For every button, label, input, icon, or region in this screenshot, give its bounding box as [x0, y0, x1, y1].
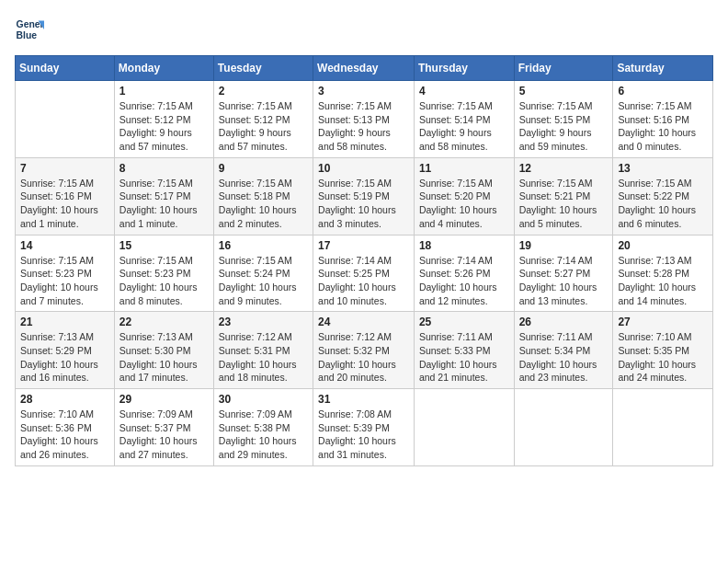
calendar-day-cell: 9Sunrise: 7:15 AM Sunset: 5:18 PM Daylig… [213, 157, 313, 235]
calendar-day-cell: 25Sunrise: 7:11 AM Sunset: 5:33 PM Dayli… [414, 312, 514, 389]
calendar-week-row: 21Sunrise: 7:13 AM Sunset: 5:29 PM Dayli… [16, 312, 713, 389]
day-detail: Sunrise: 7:14 AM Sunset: 5:25 PM Dayligh… [318, 254, 409, 308]
weekday-header-cell: Monday [114, 56, 213, 81]
weekday-header-row: SundayMondayTuesdayWednesdayThursdayFrid… [16, 56, 713, 81]
day-detail: Sunrise: 7:12 AM Sunset: 5:31 PM Dayligh… [219, 330, 308, 385]
day-detail: Sunrise: 7:15 AM Sunset: 5:23 PM Dayligh… [20, 254, 109, 308]
day-detail: Sunrise: 7:09 AM Sunset: 5:37 PM Dayligh… [119, 408, 209, 462]
calendar-body: 1Sunrise: 7:15 AM Sunset: 5:12 PM Daylig… [16, 81, 713, 466]
day-number: 23 [219, 316, 308, 328]
calendar-day-cell: 24Sunrise: 7:12 AM Sunset: 5:32 PM Dayli… [313, 312, 415, 389]
calendar-day-cell: 18Sunrise: 7:14 AM Sunset: 5:26 PM Dayli… [414, 235, 514, 312]
day-number: 11 [419, 162, 509, 175]
calendar-day-cell: 7Sunrise: 7:15 AM Sunset: 5:16 PM Daylig… [16, 157, 115, 235]
day-detail: Sunrise: 7:14 AM Sunset: 5:26 PM Dayligh… [419, 254, 509, 308]
day-detail: Sunrise: 7:15 AM Sunset: 5:12 PM Dayligh… [119, 99, 209, 154]
calendar-day-cell [16, 81, 115, 158]
calendar-week-row: 1Sunrise: 7:15 AM Sunset: 5:12 PM Daylig… [16, 81, 713, 158]
weekday-header-cell: Tuesday [213, 56, 313, 81]
day-number: 5 [519, 85, 609, 98]
weekday-header-cell: Friday [514, 56, 613, 81]
day-detail: Sunrise: 7:10 AM Sunset: 5:36 PM Dayligh… [20, 408, 109, 462]
day-number: 7 [20, 162, 109, 175]
day-detail: Sunrise: 7:15 AM Sunset: 5:16 PM Dayligh… [618, 99, 708, 154]
calendar-day-cell: 2Sunrise: 7:15 AM Sunset: 5:12 PM Daylig… [213, 81, 313, 158]
day-detail: Sunrise: 7:13 AM Sunset: 5:29 PM Dayligh… [20, 330, 109, 385]
calendar-day-cell: 29Sunrise: 7:09 AM Sunset: 5:37 PM Dayli… [114, 389, 213, 466]
calendar-day-cell: 28Sunrise: 7:10 AM Sunset: 5:36 PM Dayli… [16, 389, 115, 466]
day-number: 24 [318, 316, 409, 328]
calendar-day-cell: 23Sunrise: 7:12 AM Sunset: 5:31 PM Dayli… [213, 312, 313, 389]
calendar-day-cell: 26Sunrise: 7:11 AM Sunset: 5:34 PM Dayli… [514, 312, 613, 389]
day-number: 19 [519, 239, 609, 252]
day-detail: Sunrise: 7:15 AM Sunset: 5:21 PM Dayligh… [519, 177, 609, 231]
calendar-day-cell: 12Sunrise: 7:15 AM Sunset: 5:21 PM Dayli… [514, 157, 613, 235]
day-detail: Sunrise: 7:10 AM Sunset: 5:35 PM Dayligh… [618, 330, 708, 385]
logo: General Blue [15, 15, 44, 44]
day-detail: Sunrise: 7:15 AM Sunset: 5:13 PM Dayligh… [318, 99, 409, 154]
day-detail: Sunrise: 7:15 AM Sunset: 5:15 PM Dayligh… [519, 99, 609, 154]
weekday-header-cell: Saturday [613, 56, 713, 81]
calendar-day-cell: 14Sunrise: 7:15 AM Sunset: 5:23 PM Dayli… [16, 235, 115, 312]
day-detail: Sunrise: 7:15 AM Sunset: 5:24 PM Dayligh… [219, 254, 308, 308]
calendar-day-cell: 30Sunrise: 7:09 AM Sunset: 5:38 PM Dayli… [213, 389, 313, 466]
calendar-day-cell: 16Sunrise: 7:15 AM Sunset: 5:24 PM Dayli… [213, 235, 313, 312]
calendar-day-cell: 10Sunrise: 7:15 AM Sunset: 5:19 PM Dayli… [313, 157, 415, 235]
calendar-day-cell: 15Sunrise: 7:15 AM Sunset: 5:23 PM Dayli… [114, 235, 213, 312]
page-header: General Blue [15, 15, 713, 44]
day-detail: Sunrise: 7:14 AM Sunset: 5:27 PM Dayligh… [519, 254, 609, 308]
day-number: 17 [318, 239, 409, 252]
calendar-day-cell [514, 389, 613, 466]
day-number: 3 [318, 85, 409, 98]
day-number: 12 [519, 162, 609, 175]
day-number: 20 [618, 239, 708, 252]
day-number: 28 [20, 393, 109, 406]
calendar-day-cell: 1Sunrise: 7:15 AM Sunset: 5:12 PM Daylig… [114, 81, 213, 158]
calendar-day-cell: 8Sunrise: 7:15 AM Sunset: 5:17 PM Daylig… [114, 157, 213, 235]
day-detail: Sunrise: 7:13 AM Sunset: 5:28 PM Dayligh… [618, 254, 708, 308]
day-detail: Sunrise: 7:15 AM Sunset: 5:16 PM Dayligh… [20, 177, 109, 231]
day-detail: Sunrise: 7:15 AM Sunset: 5:17 PM Dayligh… [119, 177, 209, 231]
day-number: 26 [519, 316, 609, 328]
calendar-week-row: 7Sunrise: 7:15 AM Sunset: 5:16 PM Daylig… [16, 157, 713, 235]
day-number: 6 [618, 85, 708, 98]
calendar-day-cell: 13Sunrise: 7:15 AM Sunset: 5:22 PM Dayli… [613, 157, 713, 235]
calendar-day-cell [613, 389, 713, 466]
day-number: 16 [219, 239, 308, 252]
day-detail: Sunrise: 7:15 AM Sunset: 5:12 PM Dayligh… [219, 99, 308, 154]
weekday-header-cell: Thursday [414, 56, 514, 81]
day-number: 18 [419, 239, 509, 252]
day-number: 29 [119, 393, 209, 406]
calendar-week-row: 28Sunrise: 7:10 AM Sunset: 5:36 PM Dayli… [16, 389, 713, 466]
calendar-day-cell: 11Sunrise: 7:15 AM Sunset: 5:20 PM Dayli… [414, 157, 514, 235]
day-detail: Sunrise: 7:15 AM Sunset: 5:18 PM Dayligh… [219, 177, 308, 231]
day-number: 15 [119, 239, 209, 252]
calendar-day-cell: 22Sunrise: 7:13 AM Sunset: 5:30 PM Dayli… [114, 312, 213, 389]
day-number: 21 [20, 316, 109, 328]
calendar-day-cell: 17Sunrise: 7:14 AM Sunset: 5:25 PM Dayli… [313, 235, 415, 312]
calendar-day-cell: 3Sunrise: 7:15 AM Sunset: 5:13 PM Daylig… [313, 81, 415, 158]
calendar-week-row: 14Sunrise: 7:15 AM Sunset: 5:23 PM Dayli… [16, 235, 713, 312]
calendar-day-cell: 4Sunrise: 7:15 AM Sunset: 5:14 PM Daylig… [414, 81, 514, 158]
day-detail: Sunrise: 7:15 AM Sunset: 5:22 PM Dayligh… [618, 177, 708, 231]
day-detail: Sunrise: 7:11 AM Sunset: 5:33 PM Dayligh… [419, 330, 509, 385]
day-detail: Sunrise: 7:15 AM Sunset: 5:20 PM Dayligh… [419, 177, 509, 231]
day-number: 2 [219, 85, 308, 98]
day-number: 13 [618, 162, 708, 175]
day-number: 14 [20, 239, 109, 252]
day-number: 22 [119, 316, 209, 328]
day-number: 25 [419, 316, 509, 328]
calendar-day-cell: 20Sunrise: 7:13 AM Sunset: 5:28 PM Dayli… [613, 235, 713, 312]
day-number: 27 [618, 316, 708, 328]
calendar-day-cell: 21Sunrise: 7:13 AM Sunset: 5:29 PM Dayli… [16, 312, 115, 389]
svg-text:Blue: Blue [17, 30, 38, 40]
day-number: 10 [318, 162, 409, 175]
day-detail: Sunrise: 7:08 AM Sunset: 5:39 PM Dayligh… [318, 408, 409, 462]
day-detail: Sunrise: 7:15 AM Sunset: 5:14 PM Dayligh… [419, 99, 509, 154]
day-detail: Sunrise: 7:12 AM Sunset: 5:32 PM Dayligh… [318, 330, 409, 385]
day-detail: Sunrise: 7:09 AM Sunset: 5:38 PM Dayligh… [219, 408, 308, 462]
calendar-day-cell: 5Sunrise: 7:15 AM Sunset: 5:15 PM Daylig… [514, 81, 613, 158]
calendar-day-cell: 31Sunrise: 7:08 AM Sunset: 5:39 PM Dayli… [313, 389, 415, 466]
day-number: 1 [119, 85, 209, 98]
day-detail: Sunrise: 7:13 AM Sunset: 5:30 PM Dayligh… [119, 330, 209, 385]
